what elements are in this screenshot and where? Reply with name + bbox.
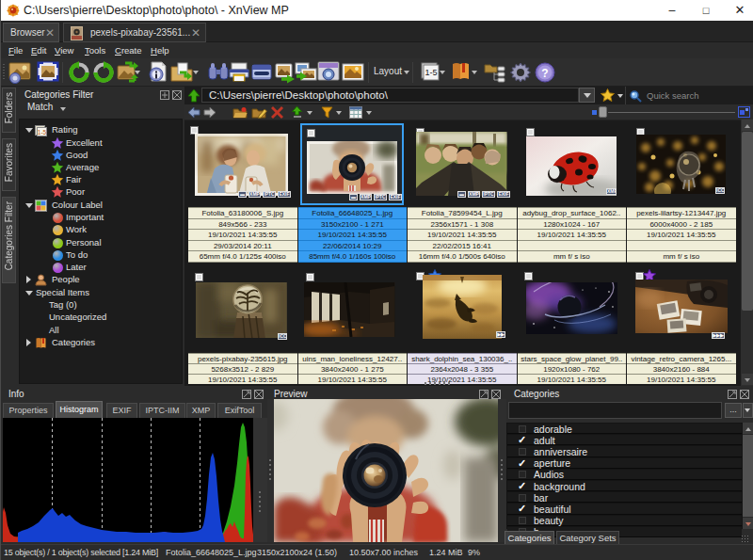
svg-text:?: ? [541, 67, 548, 80]
svg-text:1-5: 1-5 [38, 129, 47, 136]
svg-text:1-5: 1-5 [425, 68, 437, 77]
